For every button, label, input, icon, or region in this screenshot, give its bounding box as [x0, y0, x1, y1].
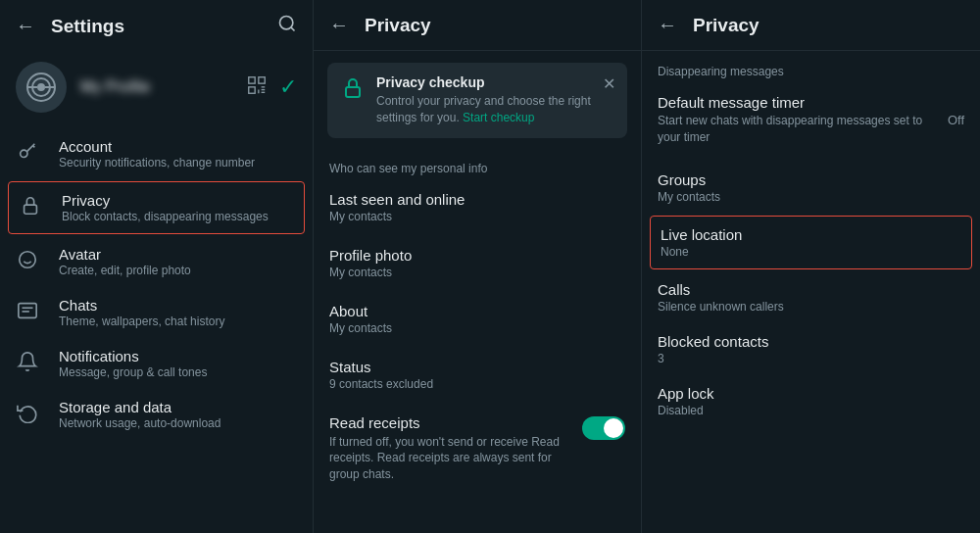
sidebar-back-icon[interactable]: ←: [16, 15, 35, 37]
live-location-value: None: [661, 245, 961, 259]
app-lock-label: App lock: [658, 385, 964, 402]
banner-content: Privacy checkup Control your privacy and…: [376, 74, 613, 126]
groups-item[interactable]: Groups My contacts: [642, 162, 980, 214]
svg-rect-7: [249, 76, 255, 82]
svg-point-0: [280, 17, 293, 29]
read-receipts-item[interactable]: Read receipts If turned off, you won't s…: [314, 403, 641, 495]
banner-title: Privacy checkup: [376, 74, 613, 90]
app-lock-value: Disabled: [658, 404, 964, 417]
banner-description: Control your privacy and choose the righ…: [376, 93, 613, 126]
sidebar: ← Settings My Profile: [0, 0, 314, 533]
middle-panel: ← Privacy Privacy checkup Control your p…: [314, 0, 642, 533]
sidebar-header: ← Settings: [0, 0, 313, 52]
profile-icons: ✓: [246, 74, 297, 101]
calls-value: Silence unknown callers: [658, 300, 964, 314]
key-icon: [16, 141, 39, 168]
blocked-contacts-item[interactable]: Blocked contacts 3: [642, 323, 980, 375]
profile-section[interactable]: My Profile ✓: [0, 52, 313, 128]
sidebar-title: Settings: [51, 16, 262, 37]
svg-point-4: [37, 83, 45, 91]
svg-rect-9: [249, 86, 255, 92]
profile-photo-label: Profile photo: [329, 247, 625, 264]
live-location-item[interactable]: Live location None: [650, 216, 972, 269]
search-icon[interactable]: [277, 14, 297, 38]
svg-point-15: [21, 150, 27, 157]
sidebar-item-storage[interactable]: Storage and data Network usage, auto-dow…: [0, 389, 313, 440]
about-value: My contacts: [329, 321, 625, 335]
middle-panel-title: Privacy: [365, 15, 431, 36]
storage-icon: [16, 402, 39, 428]
about-item[interactable]: About My contacts: [314, 291, 641, 347]
sidebar-item-privacy[interactable]: Privacy Block contacts, disappearing mes…: [8, 181, 305, 234]
last-seen-value: My contacts: [329, 210, 625, 223]
qr-icon[interactable]: [246, 74, 268, 101]
chats-text: Chats Theme, wallpapers, chat history: [59, 297, 224, 328]
blocked-contacts-value: 3: [658, 352, 964, 365]
default-timer-label: Default message timer: [658, 94, 948, 111]
blocked-contacts-label: Blocked contacts: [658, 333, 964, 350]
calls-item[interactable]: Calls Silence unknown callers: [642, 271, 980, 323]
account-text: Account Security notifications, change n…: [59, 138, 255, 170]
profile-photo-item[interactable]: Profile photo My contacts: [314, 235, 641, 291]
status-label: Status: [329, 359, 625, 375]
right-panel-title: Privacy: [693, 15, 760, 36]
read-receipts-toggle[interactable]: [582, 416, 625, 440]
svg-rect-22: [19, 303, 36, 317]
profile-name: My Profile: [80, 78, 232, 96]
last-seen-item[interactable]: Last seen and online My contacts: [314, 179, 641, 235]
personal-info-section-label: Who can see my personal info: [314, 150, 641, 179]
right-panel: ← Privacy Disappearing messages Default …: [642, 0, 980, 533]
banner-lock-icon: [341, 76, 365, 106]
svg-line-17: [33, 145, 35, 147]
svg-line-16: [27, 143, 35, 151]
groups-value: My contacts: [658, 190, 964, 204]
sidebar-item-avatar[interactable]: Avatar Create, edit, profile photo: [0, 236, 313, 287]
sidebar-item-notifications[interactable]: Notifications Message, group & call tone…: [0, 338, 313, 389]
bell-icon: [16, 351, 39, 377]
svg-rect-25: [346, 87, 360, 97]
app-lock-item[interactable]: App lock Disabled: [642, 375, 980, 427]
avatar-text: Avatar Create, edit, profile photo: [59, 246, 191, 277]
live-location-label: Live location: [661, 226, 961, 243]
avatar: [16, 62, 67, 113]
svg-line-1: [291, 27, 295, 31]
sidebar-menu: Account Security notifications, change n…: [0, 128, 313, 533]
default-timer-desc: Start new chats with disappearing messag…: [658, 113, 948, 146]
svg-rect-18: [24, 205, 37, 214]
calls-label: Calls: [658, 281, 964, 298]
start-checkup-link[interactable]: Start checkup: [463, 111, 534, 124]
middle-back-icon[interactable]: ←: [329, 14, 349, 36]
read-receipts-desc: If turned off, you won't send or receive…: [329, 434, 570, 483]
svg-rect-8: [259, 76, 265, 82]
svg-point-19: [20, 251, 36, 267]
storage-text: Storage and data Network usage, auto-dow…: [59, 399, 220, 430]
sidebar-item-chats[interactable]: Chats Theme, wallpapers, chat history: [0, 287, 313, 338]
lock-icon: [19, 195, 42, 221]
read-receipts-content: Read receipts If turned off, you won't s…: [329, 414, 570, 483]
status-value: 9 contacts excluded: [329, 377, 625, 391]
profile-photo-value: My contacts: [329, 266, 625, 279]
default-timer-value: Off: [948, 113, 964, 127]
about-label: About: [329, 303, 625, 319]
check-circle-icon[interactable]: ✓: [279, 74, 297, 100]
last-seen-label: Last seen and online: [329, 191, 625, 208]
right-back-icon[interactable]: ←: [658, 14, 677, 36]
sidebar-item-account[interactable]: Account Security notifications, change n…: [0, 128, 313, 179]
smiley-icon: [16, 249, 39, 275]
status-item[interactable]: Status 9 contacts excluded: [314, 347, 641, 403]
banner-close-button[interactable]: ✕: [603, 74, 615, 93]
privacy-banner: Privacy checkup Control your privacy and…: [327, 63, 627, 138]
middle-panel-header: ← Privacy: [314, 0, 641, 51]
default-timer-item[interactable]: Default message timer Start new chats wi…: [642, 84, 980, 156]
right-panel-header: ← Privacy: [642, 0, 980, 51]
chats-icon: [16, 300, 39, 326]
disappearing-messages-section-label: Disappearing messages: [642, 51, 980, 84]
read-receipts-label: Read receipts: [329, 414, 570, 431]
privacy-text: Privacy Block contacts, disappearing mes…: [62, 192, 269, 223]
groups-label: Groups: [658, 171, 964, 188]
notifications-text: Notifications Message, group & call tone…: [59, 348, 207, 379]
default-timer-content: Default message timer Start new chats wi…: [658, 94, 948, 146]
